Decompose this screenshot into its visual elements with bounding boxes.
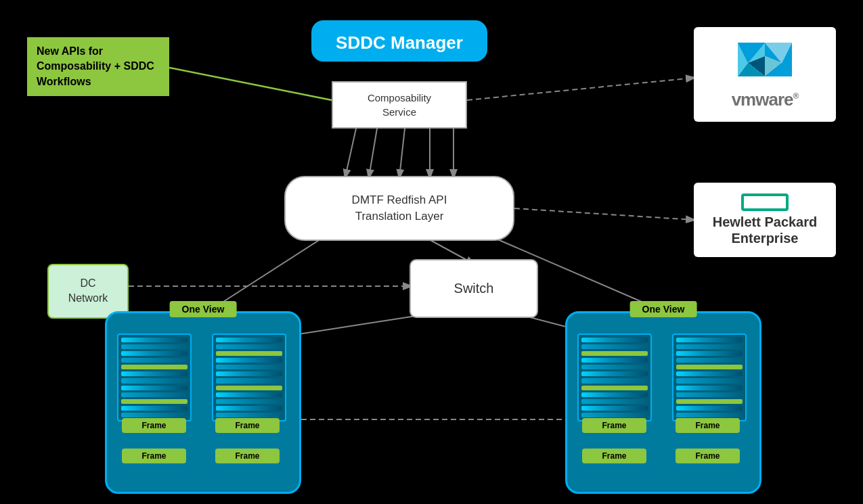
svg-line-13 — [467, 78, 694, 100]
frame-right-tr: Frame — [676, 418, 740, 433]
dmtf-box: DMTF Redfish APITranslation Layer — [284, 176, 514, 241]
frame-right-bl: Frame — [582, 449, 646, 463]
switch-label: Switch — [454, 281, 494, 296]
frame-left-bl: Frame — [122, 449, 186, 463]
hpe-company-name: Hewlett PackardEnterprise — [713, 214, 818, 246]
frame-left-tr: Frame — [215, 418, 280, 433]
one-view-right-container: One View Fr — [565, 311, 761, 494]
svg-line-0 — [169, 68, 332, 100]
composability-service-box: ComposabilityService — [332, 81, 467, 129]
sddc-manager-label: SDDC Manager — [336, 32, 463, 53]
one-view-left-text: One View — [182, 304, 225, 315]
composability-service-label: ComposabilityService — [368, 92, 431, 118]
rack-left-tr — [212, 334, 286, 421]
hpe-text-label: Hewlett PackardEnterprise — [713, 214, 818, 246]
one-view-right-text: One View — [642, 304, 685, 315]
new-apis-text: New APIs for Composability + SDDC Workfl… — [37, 45, 154, 87]
hpe-rect-icon — [741, 193, 789, 211]
one-view-right-label: One View — [630, 301, 697, 317]
frame-right-tl: Frame — [582, 418, 646, 433]
rack-right-tl — [577, 334, 652, 421]
dmtf-label: DMTF Redfish APITranslation Layer — [352, 193, 447, 223]
dc-network-label: DCNetwork — [68, 277, 108, 304]
svg-line-14 — [514, 208, 694, 220]
one-view-left-container: One View Fr — [105, 311, 301, 494]
diagram: New APIs for Composability + SDDC Workfl… — [0, 0, 863, 504]
frame-right-br: Frame — [676, 449, 740, 463]
frame-left-br: Frame — [215, 449, 280, 463]
vmware-text-label: vmware® — [732, 89, 799, 110]
one-view-left-label: One View — [170, 301, 237, 317]
vmware-logo-area: vmware® — [694, 27, 836, 122]
switch-box: Switch — [410, 259, 538, 318]
new-apis-label: New APIs for Composability + SDDC Workfl… — [27, 37, 169, 96]
dc-network-box: DCNetwork — [47, 264, 129, 319]
frame-left-tl: Frame — [122, 418, 186, 433]
sddc-manager-box: SDDC Manager — [311, 20, 487, 62]
hpe-logo-area: Hewlett PackardEnterprise — [694, 183, 836, 257]
rack-right-tr — [672, 334, 747, 421]
rack-left-tl — [117, 334, 192, 421]
vmware-cloud-icon — [728, 39, 802, 87]
